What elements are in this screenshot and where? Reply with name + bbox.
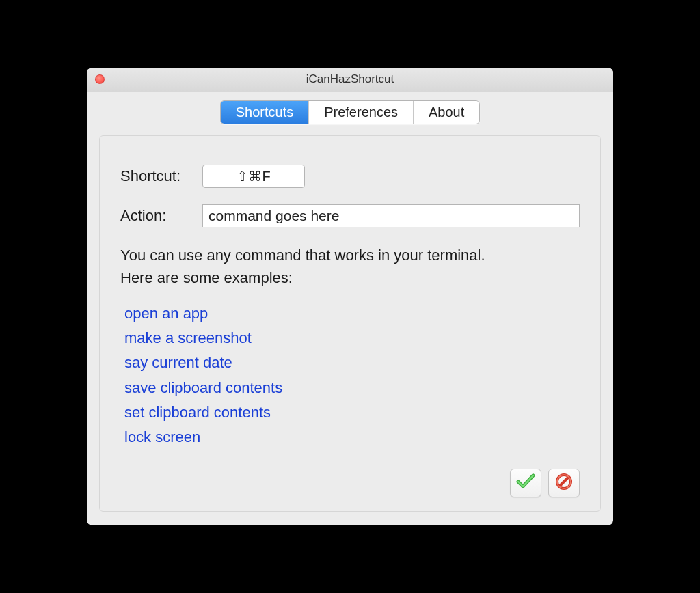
shortcut-label: Shortcut: (120, 167, 202, 185)
examples-list: open an app make a screenshot say curren… (124, 301, 580, 450)
help-line2: Here are some examples: (120, 269, 293, 286)
checkmark-icon (516, 473, 535, 493)
example-link[interactable]: lock screen (124, 428, 200, 445)
example-link[interactable]: open an app (124, 305, 208, 322)
action-label: Action: (120, 207, 202, 225)
tabs-row: Shortcuts Preferences About (87, 92, 613, 124)
buttons-row (120, 469, 580, 497)
traffic-lights (95, 74, 105, 84)
cancel-button[interactable] (548, 469, 580, 497)
example-link[interactable]: make a screenshot (124, 329, 252, 346)
shortcut-input[interactable]: ⇧⌘F (202, 165, 305, 188)
example-link[interactable]: save clipboard contents (124, 379, 282, 396)
shortcut-row: Shortcut: ⇧⌘F (120, 165, 580, 188)
tabs: Shortcuts Preferences About (220, 100, 481, 124)
tab-preferences[interactable]: Preferences (309, 101, 414, 124)
example-link[interactable]: set clipboard contents (124, 404, 271, 421)
help-text: You can use any command that works in yo… (120, 244, 580, 289)
ok-button[interactable] (510, 469, 541, 497)
titlebar: iCanHazShortcut (87, 68, 613, 92)
panel: Shortcut: ⇧⌘F Action: You can use any co… (99, 135, 601, 512)
svg-line-1 (560, 478, 569, 486)
tab-about[interactable]: About (414, 101, 479, 124)
prohibited-icon (554, 472, 574, 494)
window: iCanHazShortcut Shortcuts Preferences Ab… (87, 68, 613, 526)
example-link[interactable]: say current date (124, 354, 232, 371)
close-button[interactable] (95, 74, 105, 84)
action-row: Action: (120, 204, 580, 227)
action-input[interactable] (202, 204, 580, 227)
help-line1: You can use any command that works in yo… (120, 247, 485, 264)
window-title: iCanHazShortcut (87, 72, 613, 86)
tab-shortcuts[interactable]: Shortcuts (221, 101, 309, 124)
